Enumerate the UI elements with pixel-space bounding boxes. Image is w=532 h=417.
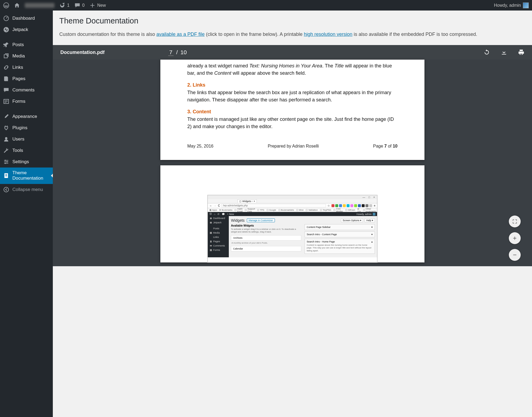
svg-rect-17 bbox=[210, 249, 212, 251]
mini-widget-calendar: Calendar bbox=[231, 246, 301, 251]
mini-tab: ◻Widgets ‹× bbox=[237, 199, 257, 203]
sidebar-label: Links bbox=[12, 65, 23, 70]
collapse-icon bbox=[3, 187, 9, 193]
mini-reload-icon: C bbox=[218, 204, 220, 207]
mini-screen-options: Screen Options ▾ bbox=[341, 218, 363, 222]
svg-point-11 bbox=[4, 187, 9, 192]
sidebar-item-theme-documentation[interactable]: Theme Documentation bbox=[0, 168, 53, 184]
comment-icon bbox=[74, 2, 80, 8]
intro-paragraph: Custom documentation for this theme is a… bbox=[59, 31, 526, 38]
new-label: New bbox=[97, 3, 106, 8]
print-icon[interactable] bbox=[518, 49, 524, 56]
pdf-toolbar: Documentation.pdf 7 / 10 bbox=[53, 45, 532, 60]
fit-page-button[interactable] bbox=[509, 216, 521, 227]
brush-icon bbox=[3, 114, 9, 119]
sidebar-label: Pages bbox=[12, 76, 25, 81]
mini-back-icon: ← bbox=[209, 204, 212, 207]
collapse-label: Collapse menu bbox=[12, 187, 43, 192]
svg-rect-10 bbox=[4, 173, 8, 178]
mini-fwd-icon: → bbox=[214, 204, 216, 207]
main-content: Theme Documentation Custom documentation… bbox=[53, 11, 532, 417]
sidebar-item-forms[interactable]: Forms bbox=[0, 96, 53, 107]
home-icon[interactable] bbox=[14, 2, 20, 8]
sidebar-item-links[interactable]: Links bbox=[0, 62, 53, 73]
refresh-icon bbox=[59, 2, 65, 8]
svg-point-7 bbox=[5, 160, 6, 161]
forms-icon bbox=[3, 98, 9, 104]
pdf-pages-area[interactable]: already a text widget named Text: Nursin… bbox=[53, 60, 532, 266]
pdf-heading-content: 3. Content bbox=[187, 109, 398, 115]
collapse-menu[interactable]: Collapse menu bbox=[0, 184, 53, 195]
sidebar-label: Forms bbox=[12, 99, 25, 104]
wrench-icon bbox=[3, 148, 9, 153]
sidebar-item-tools[interactable]: Tools bbox=[0, 145, 53, 156]
mini-widget-archives: Archives bbox=[231, 235, 301, 241]
pdf-paragraph: The content is managed just like any oth… bbox=[187, 116, 398, 130]
mini-close-icon: × bbox=[373, 196, 375, 199]
sidebar-item-users[interactable]: Users bbox=[0, 134, 53, 145]
intro-text: Custom documentation for this theme is a… bbox=[59, 32, 156, 37]
mini-panel: Search Intro - Content Page▾ bbox=[305, 231, 375, 237]
pdf-file-link[interactable]: available as a PDF file bbox=[156, 32, 205, 37]
comments-indicator[interactable]: 0 bbox=[74, 2, 85, 8]
sidebar-label: Dashboard bbox=[12, 16, 35, 21]
sidebar-label: Users bbox=[12, 136, 24, 142]
mini-bookmarks-bar: ▦ Apps ★ Bookmarks ▢ mail3 Email ▢ Suppo… bbox=[208, 208, 377, 212]
jetpack-icon bbox=[3, 27, 9, 33]
comments-count: 0 bbox=[82, 3, 85, 8]
sidebar-label: Posts bbox=[12, 42, 24, 47]
mini-available-desc: To activate a widget drag it to a sideba… bbox=[231, 228, 301, 234]
wp-logo-icon[interactable] bbox=[3, 2, 9, 8]
sidebar-item-dashboard[interactable]: Dashboard bbox=[0, 13, 53, 24]
plug-icon bbox=[3, 125, 9, 131]
rotate-icon[interactable] bbox=[483, 49, 490, 56]
svg-point-12 bbox=[210, 217, 212, 219]
mini-adminbar: ⓦ⌂⟳💬+ New Howdy, admin bbox=[208, 212, 377, 216]
zoom-out-button[interactable]: − bbox=[509, 249, 521, 261]
mini-main: Widgets Manage in Customizer Screen Opti… bbox=[229, 216, 377, 257]
media-icon bbox=[3, 53, 9, 59]
mini-panel: Content Page Sidebar▾ bbox=[305, 224, 375, 230]
svg-point-8 bbox=[6, 161, 8, 162]
intro-text: (click to open in the frame below). A pr… bbox=[205, 32, 304, 37]
download-icon[interactable] bbox=[501, 49, 507, 56]
pdf-viewer: Documentation.pdf 7 / 10 already a text … bbox=[53, 45, 532, 266]
pdf-current-page[interactable]: 7 bbox=[168, 49, 174, 56]
sidebar-item-pages[interactable]: Pages bbox=[0, 73, 53, 84]
new-button[interactable]: New bbox=[89, 2, 106, 8]
pdf-footer: May 25, 2016 Prepared by Adrian Roselli … bbox=[187, 144, 398, 149]
sidebar-item-jetpack[interactable]: Jetpack bbox=[0, 24, 53, 35]
sidebar-item-media[interactable]: Media bbox=[0, 50, 53, 62]
mini-widget-archives-desc: A monthly archive of your site's Posts. bbox=[231, 242, 301, 245]
sidebar-item-settings[interactable]: Settings bbox=[0, 156, 53, 168]
mini-star-icon: ☆ bbox=[327, 204, 330, 207]
main-scroll-area[interactable]: Theme Documentation Custom documentation… bbox=[53, 11, 532, 417]
pdf-page-sep: / bbox=[176, 49, 178, 56]
sidebar-label: Jetpack bbox=[12, 27, 28, 32]
pdf-float-controls: + − bbox=[509, 216, 521, 261]
howdy-text: Howdy, admin bbox=[494, 3, 521, 8]
svg-point-9 bbox=[5, 163, 6, 164]
highres-link[interactable]: high resolution version bbox=[304, 32, 352, 37]
sidebar-label: Plugins bbox=[12, 125, 27, 131]
zoom-in-button[interactable]: + bbox=[509, 232, 521, 244]
pdf-filename: Documentation.pdf bbox=[60, 50, 168, 55]
sidebar-item-appearance[interactable]: Appearance bbox=[0, 111, 53, 122]
avatar bbox=[523, 2, 529, 8]
page-title: Theme Documentation bbox=[59, 16, 526, 25]
mini-widgets-heading: Widgets bbox=[231, 218, 245, 223]
mini-url-field: /wp-admin/widgets.php bbox=[222, 204, 326, 207]
pdf-footer-date: May 25, 2016 bbox=[187, 144, 213, 149]
sidebar-item-plugins[interactable]: Plugins bbox=[0, 122, 53, 134]
updates-indicator[interactable]: 1 bbox=[59, 2, 70, 8]
howdy-user[interactable]: Howdy, admin bbox=[494, 2, 529, 8]
admin-sidebar: Dashboard Jetpack Posts Media Links Page… bbox=[0, 11, 53, 417]
svg-rect-4 bbox=[4, 77, 7, 81]
mini-min-icon: — bbox=[362, 196, 365, 199]
mini-max-icon: □ bbox=[368, 196, 370, 199]
sidebar-item-comments[interactable]: Comments bbox=[0, 84, 53, 96]
mini-urlbar: ← → C /wp-admin/widgets.php ☆ ≡ bbox=[208, 203, 377, 208]
mini-ext-icons bbox=[331, 204, 372, 207]
pdf-page-indicator: 7 / 10 bbox=[168, 49, 187, 56]
sidebar-item-posts[interactable]: Posts bbox=[0, 39, 53, 50]
